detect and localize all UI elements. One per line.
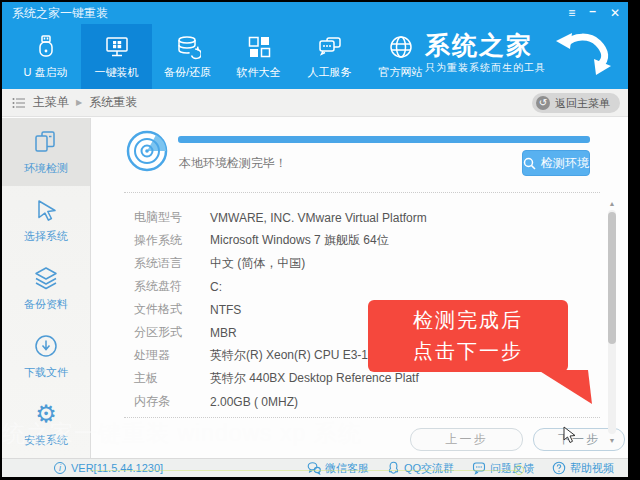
detect-status-text: 本地环境检测完毕！ [179,155,287,172]
breadcrumb-root[interactable]: 主菜单 [33,94,69,111]
version-info: i VER[11.5.44.1230] [2,462,163,474]
detect-progress-bar [178,136,590,143]
status-link-label: QQ交流群 [404,461,454,476]
usb-drive-icon [33,33,59,61]
tooltip-line1: 检测完成后 [413,307,523,334]
sidebar-item-label: 备份资料 [24,297,68,312]
breadcrumb: 主菜单 ▶ 系统重装 [2,94,137,111]
detect-environment-button[interactable]: 检测环境 [522,150,590,176]
sidebar-item-backup-data[interactable]: 备份资料 [2,254,90,322]
backup-restore-icon [175,33,201,61]
info-icon: i [54,462,66,474]
toolbar-item-label: 软件大全 [237,65,281,80]
qq-icon [387,461,400,475]
toolbar-item-one-key-install[interactable]: 一键装机 [81,24,152,89]
sidebar-item-select-system[interactable]: 选择系统 [2,186,90,254]
gear-icon: ⚙ [35,401,57,427]
help-video-link[interactable]: 帮助视频 [552,461,614,476]
minimize-icon[interactable]: – [589,2,596,22]
tooltip-tail [508,370,608,406]
sidebar-item-label: 下载文件 [24,365,68,380]
previous-step-button[interactable]: 上一步 [410,428,523,451]
toolbar-item-software[interactable]: 软件大全 [223,24,294,89]
toolbar-item-label: 备份/还原 [164,65,211,80]
status-link-label: 帮助视频 [570,461,614,476]
support-chat-icon [317,33,343,61]
chevron-right-icon: ▶ [76,98,82,107]
dotted-divider [124,192,600,193]
software-grid-icon [246,33,272,61]
app-window: 系统之家一键重装 ≡ – ✕ U 盘启动 [2,2,628,477]
brand-swoosh-icon [552,30,614,76]
sidebar-item-label: 安装系统 [24,433,68,448]
toolbar-item-support[interactable]: 人工服务 [294,24,365,89]
version-text: VER[11.5.44.1230] [71,462,163,474]
table-row: 操作系统Microsoft Windows 7 旗舰版 64位 [134,229,554,252]
scroll-up-icon[interactable]: ▲ [606,200,618,207]
mouse-cursor-icon [562,426,578,444]
download-circle-icon [33,333,59,359]
layers-backup-icon [33,265,59,291]
search-icon [523,157,536,170]
detect-button-label: 检测环境 [541,155,589,172]
radar-scan-icon [126,130,168,172]
toolbar-item-usb-boot[interactable]: U 盘启动 [10,24,81,89]
breadcrumb-bar: 主菜单 ▶ 系统重装 ↺ 返回主菜单 [2,89,628,117]
status-link-label: 问题反馈 [490,461,534,476]
env-detect-icon [33,129,59,155]
window-title: 系统之家一键重装 [2,5,108,22]
sidebar-item-download-files[interactable]: 下载文件 [2,322,90,390]
list-icon [12,97,26,109]
title-bar: 系统之家一键重装 ≡ – ✕ [2,2,628,24]
main-toolbar: U 盘启动 一键装机 [2,24,628,89]
wechat-support-link[interactable]: 微信客服 [307,461,369,476]
back-arrow-icon: ↺ [536,96,550,110]
toolbar-item-backup-restore[interactable]: 备份/还原 [152,24,223,89]
brand-name: 系统之家 [425,32,546,58]
scroll-down-icon[interactable]: ▼ [606,437,618,444]
sidebar: 环境检测 选择系统 备份资料 [2,118,91,458]
brand-logo: 系统之家 只为重装系统而生的工具 [425,30,614,76]
progress-fill [178,136,590,143]
return-main-menu-button[interactable]: ↺ 返回主菜单 [532,93,620,113]
sidebar-item-label: 选择系统 [24,229,68,244]
status-bar: i VER[11.5.44.1230] 微信客服 QQ交流群 [2,458,628,477]
globe-icon [388,33,414,61]
scrollbar: ▲ ▼ [606,200,618,444]
computer-icon [104,33,130,61]
cursor-select-icon [33,197,59,223]
toolbar-item-label: 一键装机 [95,65,139,80]
back-button-label: 返回主菜单 [555,96,610,111]
dotted-divider [124,417,600,418]
sidebar-item-install-system[interactable]: ⚙ 安装系统 [2,390,90,458]
brand-tagline: 只为重装系统而生的工具 [425,61,546,75]
wechat-icon [307,461,321,475]
status-link-label: 微信客服 [325,461,369,476]
instruction-tooltip: 检测完成后 点击下一步 [368,300,568,372]
toolbar-item-label: U 盘启动 [24,65,68,80]
menu-icon[interactable]: ≡ [568,2,575,24]
qq-group-link[interactable]: QQ交流群 [387,461,454,476]
sidebar-item-label: 环境检测 [24,161,68,176]
help-circle-icon [552,461,566,475]
close-icon[interactable]: ✕ [610,2,620,24]
breadcrumb-current: 系统重装 [89,94,137,111]
table-row: 内存条2.00GB ( 0MHZ) [134,390,554,413]
scrollbar-thumb[interactable] [608,212,616,344]
feedback-bubble-icon [472,461,486,475]
sidebar-item-env-detect[interactable]: 环境检测 [2,118,90,186]
main-panel: 本地环境检测完毕！ 检测环境 电脑型号VMWARE, INC. VMware V… [92,118,628,458]
table-row: 系统盘符C: [134,275,554,298]
feedback-link[interactable]: 问题反馈 [472,461,534,476]
table-row: 电脑型号VMWARE, INC. VMware Virtual Platform [134,206,554,229]
tooltip-line2: 点击下一步 [413,338,523,365]
toolbar-item-label: 官方网站 [379,65,423,80]
video-frame: 系统之家一键重装 ≡ – ✕ U 盘启动 [0,0,640,480]
table-row: 系统语言中文 (简体，中国) [134,252,554,275]
toolbar-item-label: 人工服务 [308,65,352,80]
